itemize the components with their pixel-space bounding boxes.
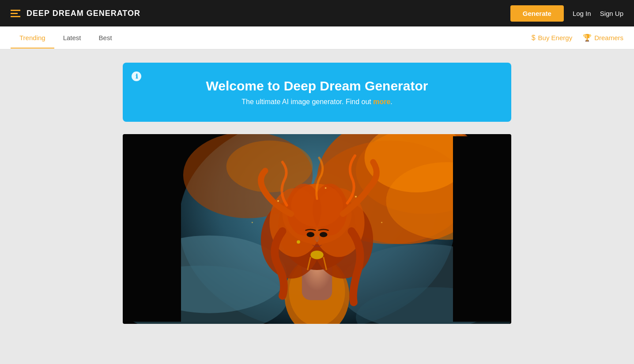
svg-point-29 xyxy=(320,232,328,237)
svg-point-37 xyxy=(252,222,253,223)
main-content: ℹ Welcome to Deep Dream Generator The ul… xyxy=(114,49,520,337)
dreamers-link[interactable]: 🏆 Dreamers xyxy=(583,34,623,42)
info-icon: ℹ xyxy=(132,71,141,81)
svg-point-33 xyxy=(297,240,300,244)
sub-nav: Trending Latest Best $ Buy Energy 🏆 Drea… xyxy=(0,26,634,49)
dollar-icon: $ xyxy=(532,34,536,42)
dreamers-label: Dreamers xyxy=(594,34,623,41)
svg-point-35 xyxy=(355,196,357,198)
nav-item-best[interactable]: Best xyxy=(90,27,121,49)
nav-item-trending[interactable]: Trending xyxy=(11,27,54,49)
svg-point-28 xyxy=(307,232,315,237)
generate-button[interactable]: Generate xyxy=(510,5,564,22)
svg-point-30 xyxy=(310,251,323,259)
featured-image[interactable] xyxy=(123,134,511,324)
welcome-banner: ℹ Welcome to Deep Dream Generator The ul… xyxy=(123,63,511,122)
login-link[interactable]: Log In xyxy=(573,10,591,17)
banner-title: Welcome to Deep Dream Generator xyxy=(140,79,494,94)
main-header: DEEP DREAM GENERATOR Generate Log In Sig… xyxy=(0,0,634,26)
banner-more-link[interactable]: more xyxy=(373,98,390,105)
buy-energy-link[interactable]: $ Buy Energy xyxy=(532,34,572,42)
banner-subtitle-after: . xyxy=(390,98,392,105)
sub-nav-right: $ Buy Energy 🏆 Dreamers xyxy=(532,34,623,42)
logo-title: DEEP DREAM GENERATOR xyxy=(26,9,140,18)
logo-icon xyxy=(11,10,20,17)
nav-item-latest[interactable]: Latest xyxy=(54,27,90,49)
svg-point-36 xyxy=(381,222,382,223)
featured-image-svg xyxy=(123,134,511,324)
banner-subtitle: The ultimate AI image generator. Find ou… xyxy=(140,98,494,106)
svg-rect-39 xyxy=(123,136,181,322)
signup-link[interactable]: Sign Up xyxy=(600,10,623,17)
header-left: DEEP DREAM GENERATOR xyxy=(11,9,140,18)
svg-point-34 xyxy=(277,200,279,202)
header-right: Generate Log In Sign Up xyxy=(510,5,623,22)
buy-energy-label: Buy Energy xyxy=(538,34,573,41)
sub-nav-left: Trending Latest Best xyxy=(11,27,121,49)
trophy-icon: 🏆 xyxy=(583,34,592,42)
svg-point-27 xyxy=(313,184,347,235)
featured-image-inner xyxy=(123,134,511,324)
svg-rect-40 xyxy=(453,136,511,322)
banner-subtitle-before: The ultimate AI image generator. Find ou… xyxy=(242,98,373,105)
svg-point-38 xyxy=(325,187,327,189)
